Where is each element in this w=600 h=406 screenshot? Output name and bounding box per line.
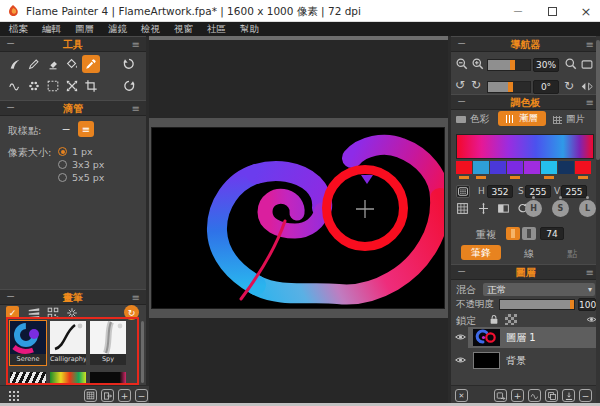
swatch[interactable] bbox=[507, 161, 523, 174]
contrast-icon[interactable] bbox=[497, 202, 510, 215]
saturation-value[interactable]: 255 bbox=[525, 185, 551, 198]
value-value[interactable]: 255 bbox=[561, 185, 587, 198]
spread-icon[interactable] bbox=[477, 202, 490, 215]
rotation-value[interactable]: 0° bbox=[533, 80, 559, 94]
canvas[interactable] bbox=[152, 128, 444, 308]
preset-export-button[interactable] bbox=[101, 389, 114, 402]
tool-pencil[interactable] bbox=[25, 55, 43, 73]
brush-preset-calligraphy[interactable]: Calligraphy bbox=[50, 321, 86, 365]
panel-menu-icon[interactable]: ≡ bbox=[586, 265, 594, 280]
radio-1px[interactable] bbox=[58, 147, 67, 156]
opacity-value[interactable]: 100 bbox=[578, 298, 596, 311]
panel-scrollbar-track[interactable] bbox=[596, 36, 600, 406]
add-layer-button[interactable]: + bbox=[511, 389, 524, 402]
swatch[interactable] bbox=[541, 161, 557, 174]
close-button[interactable]: × bbox=[571, 0, 600, 22]
tab-image[interactable]: 圖片 bbox=[553, 112, 585, 127]
zoom-slider[interactable] bbox=[487, 59, 531, 71]
swatch[interactable] bbox=[456, 161, 472, 174]
menu-filter[interactable]: 濾鏡 bbox=[101, 22, 134, 36]
gradient-strip[interactable] bbox=[456, 134, 594, 159]
brush-preset-spy[interactable]: Spy bbox=[90, 321, 126, 365]
opacity-slider[interactable] bbox=[499, 299, 575, 310]
menu-view[interactable]: 檢視 bbox=[134, 22, 167, 36]
layer-row-selected[interactable]: 圖層 1 bbox=[468, 327, 598, 348]
mode-tab-stroke[interactable]: 筆鋒 bbox=[461, 245, 501, 260]
vector-layer-button[interactable] bbox=[528, 389, 541, 402]
tool-undo[interactable] bbox=[120, 55, 138, 73]
repeat-on-toggle[interactable] bbox=[506, 227, 520, 240]
brush-pattern-icon[interactable] bbox=[46, 306, 60, 320]
brush-stack-icon[interactable] bbox=[27, 306, 41, 320]
palette-grid-icon[interactable] bbox=[456, 202, 469, 215]
flip-horizontal-icon[interactable] bbox=[580, 80, 594, 93]
preset-remove-button[interactable]: − bbox=[135, 389, 148, 402]
zoom-value[interactable]: 30% bbox=[533, 58, 559, 72]
menu-community[interactable]: 社區 bbox=[200, 22, 233, 36]
tool-flame-brush[interactable] bbox=[6, 55, 24, 73]
swatch[interactable] bbox=[524, 161, 540, 174]
lock-transparency-icon[interactable] bbox=[505, 314, 517, 325]
panel-menu-icon[interactable]: ≡ bbox=[586, 37, 594, 52]
tool-crop[interactable] bbox=[82, 77, 100, 95]
gradient-stop-marker[interactable] bbox=[578, 176, 588, 179]
fit-screen-icon[interactable] bbox=[580, 58, 594, 71]
tool-blur[interactable] bbox=[25, 77, 43, 95]
gradient-stop-marker[interactable] bbox=[476, 176, 486, 179]
merge-down-button[interactable] bbox=[562, 389, 575, 402]
tool-eraser[interactable] bbox=[44, 55, 62, 73]
import-image-button[interactable] bbox=[494, 389, 507, 402]
radio-5x5px[interactable] bbox=[58, 173, 67, 182]
minimize-button[interactable]: — bbox=[503, 0, 533, 22]
grid-view-icon[interactable] bbox=[8, 390, 19, 401]
brush-enabled-checkbox[interactable]: ✓ bbox=[6, 306, 19, 319]
zoom-fit-icon[interactable] bbox=[564, 57, 578, 71]
delete-layer-button[interactable]: − bbox=[579, 389, 592, 402]
brush-refresh-button[interactable]: ↻ bbox=[124, 305, 139, 320]
panel-menu-icon[interactable]: ≡ bbox=[586, 95, 594, 110]
brush-sparkle-icon[interactable] bbox=[65, 306, 79, 320]
repeat-off-toggle[interactable] bbox=[522, 227, 536, 240]
numpad-icon[interactable] bbox=[456, 185, 470, 198]
duplicate-layer-button[interactable] bbox=[545, 389, 558, 402]
tab-color[interactable]: 色彩 bbox=[456, 112, 489, 127]
menu-edit[interactable]: 編輯 bbox=[35, 22, 68, 36]
tool-transform[interactable] bbox=[63, 77, 81, 95]
menu-layer[interactable]: 圖層 bbox=[68, 22, 101, 36]
brush-list-scrollbar[interactable] bbox=[141, 321, 144, 383]
tool-select[interactable] bbox=[44, 77, 62, 95]
layer-visibility-eye-icon[interactable] bbox=[454, 354, 467, 366]
swatch[interactable] bbox=[490, 161, 506, 174]
menu-window[interactable]: 視窗 bbox=[167, 22, 200, 36]
tool-eyedropper[interactable] bbox=[82, 55, 100, 73]
swatch[interactable] bbox=[575, 161, 591, 174]
left-splitter[interactable] bbox=[146, 36, 149, 406]
preset-grid-button[interactable] bbox=[84, 389, 97, 402]
panel-menu-icon[interactable]: ≡ bbox=[132, 101, 140, 116]
tool-redo[interactable] bbox=[120, 77, 138, 95]
tool-fill[interactable] bbox=[63, 55, 81, 73]
swatch[interactable] bbox=[473, 161, 489, 174]
reset-rotation-icon[interactable]: ↻ bbox=[564, 79, 574, 93]
panel-scrollbar-thumb[interactable] bbox=[596, 40, 600, 160]
sample-area-button[interactable]: ≡ bbox=[78, 121, 94, 137]
menu-help[interactable]: 幫助 bbox=[233, 22, 266, 36]
brush-preset-serene[interactable]: Serene bbox=[10, 321, 46, 365]
tab-gradient[interactable]: 漸層 bbox=[498, 111, 546, 126]
layer-row-background[interactable]: 背景 bbox=[468, 350, 598, 371]
repeat-value[interactable]: 74 bbox=[540, 227, 564, 240]
tool-curve[interactable] bbox=[6, 77, 24, 95]
brush-preset-partial-2[interactable] bbox=[50, 372, 86, 383]
panel-menu-icon[interactable]: ≡ bbox=[132, 37, 140, 52]
rotate-ccw-icon[interactable]: ↺ bbox=[455, 78, 465, 92]
lock-icon[interactable] bbox=[488, 313, 500, 326]
layer-visibility-eye-icon[interactable] bbox=[454, 331, 467, 343]
hue-value[interactable]: 352 bbox=[487, 185, 513, 198]
brush-preset-partial-3[interactable] bbox=[90, 372, 126, 383]
maximize-button[interactable] bbox=[537, 0, 567, 22]
menu-file[interactable]: 檔案 bbox=[2, 22, 35, 36]
rotate-cw-icon[interactable]: ↻ bbox=[471, 78, 481, 92]
rotation-slider[interactable] bbox=[487, 81, 531, 93]
clear-layer-button[interactable]: ✕ bbox=[455, 389, 468, 402]
mode-tab-dot[interactable]: 點 bbox=[567, 247, 577, 261]
